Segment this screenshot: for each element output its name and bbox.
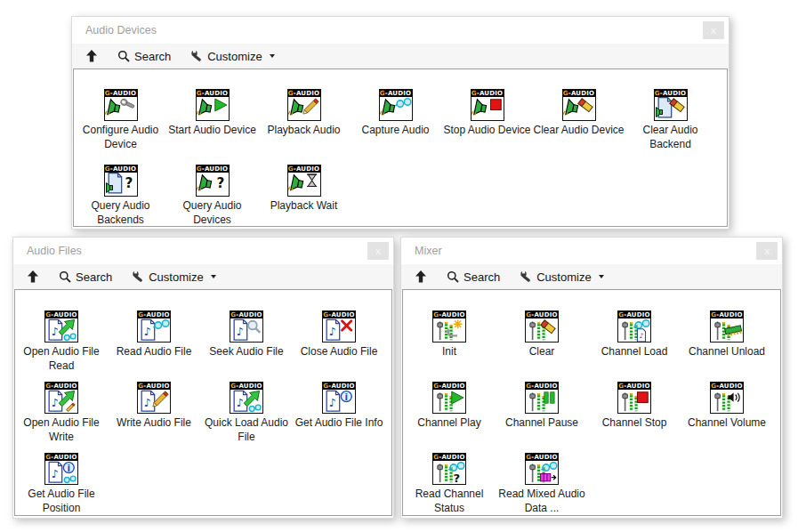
customize-button[interactable]: Customize <box>514 268 609 286</box>
docnote-info-icon: G-AUDIO♪i <box>322 382 356 414</box>
search-button[interactable]: Search <box>53 268 117 286</box>
wrench-icon <box>520 270 532 283</box>
palette-item[interactable]: G-AUDIOChannel Volume <box>681 382 773 453</box>
palette-item-label: Clear <box>496 344 588 359</box>
palette-item[interactable]: G-AUDIOChannel Stop <box>588 382 681 453</box>
palette-item-label: Channel Pause <box>496 415 588 430</box>
search-label: Search <box>76 270 112 284</box>
palette-item[interactable]: G-AUDIOStart Audio Device <box>166 89 258 165</box>
speaker-pencil-icon: G-AUDIO <box>287 89 321 121</box>
mixer-pause-icon: G-AUDIO <box>525 382 559 414</box>
mixer-ram-icon: G-AUDIO <box>710 310 744 343</box>
svg-text:♪: ♪ <box>52 466 59 480</box>
speaker-question-icon: G-AUDIO? <box>196 165 230 197</box>
palette-item[interactable]: G-AUDIO♪Write Audio File <box>108 382 200 453</box>
palette-grid: G-AUDIOConfigure Audio DeviceG-AUDIOStar… <box>74 69 727 227</box>
customize-label: Customize <box>536 270 591 284</box>
up-level-button[interactable] <box>80 47 103 65</box>
palette-item[interactable]: G-AUDIOClear Audio Backend <box>625 89 716 165</box>
customize-label: Customize <box>149 270 203 284</box>
palette-item-label: Capture Audio <box>350 123 441 137</box>
palette-item[interactable]: G-AUDIO?Query Audio Backends <box>75 165 166 227</box>
svg-text:i: i <box>345 391 349 402</box>
palette-item-label: Channel Unload <box>681 344 773 359</box>
palette-item-label: Configure Audio Device <box>75 123 166 151</box>
chevron-down-icon <box>211 275 216 278</box>
svg-text:i: i <box>68 463 71 473</box>
palette-item-label: Playback Wait <box>258 198 350 213</box>
mixer-glasses-question-sm-icon: G-AUDIO? <box>432 453 466 485</box>
palette-window-audio-devices: Audio Devices x Search Customize G-AUDIO… <box>71 16 729 230</box>
speaker-stop-icon: G-AUDIO <box>471 89 504 121</box>
svg-text:♪: ♪ <box>52 324 59 337</box>
up-arrow-icon <box>415 270 427 283</box>
speaker-play-icon: G-AUDIO <box>196 89 230 121</box>
palette-item-label: Get Audio File Position <box>15 487 108 515</box>
palette-item-label: Clear Audio Backend <box>625 123 716 151</box>
window-title: Mixer <box>415 245 442 257</box>
palette-item[interactable]: G-AUDIOCapture Audio <box>350 89 441 165</box>
palette-item-label: Seek Audio File <box>200 344 293 359</box>
palette-item-label: Start Audio Device <box>166 123 258 137</box>
customize-label: Customize <box>207 50 262 63</box>
palette-item[interactable]: G-AUDIOPlayback Wait <box>258 165 350 227</box>
close-button[interactable]: x <box>367 242 389 260</box>
palette-grid: G-AUDIOInitG-AUDIOClearG-AUDIO♪Channel L… <box>403 290 780 516</box>
palette-item-label: Channel Volume <box>681 415 773 430</box>
palette-item[interactable]: G-AUDIO♪Seek Audio File <box>200 310 293 382</box>
palette-item-label: Get Audio File Info <box>293 415 385 430</box>
palette-item-label: Query Audio Backends <box>75 198 166 227</box>
svg-text:?: ? <box>216 174 224 190</box>
docnote-glasses-icon: G-AUDIO♪ <box>137 310 171 343</box>
palette-item[interactable]: G-AUDIOClear <box>496 310 588 382</box>
svg-text:?: ? <box>453 472 460 484</box>
palette-item[interactable]: G-AUDIOStop Audio Device <box>441 89 533 165</box>
palette-item-label: Playback Audio <box>258 123 350 137</box>
palette-item[interactable]: G-AUDIO?Read Channel Status <box>403 453 496 516</box>
palette-item[interactable]: G-AUDIOConfigure Audio Device <box>75 89 166 165</box>
close-button[interactable]: x <box>703 21 724 39</box>
search-button[interactable]: Search <box>441 268 505 286</box>
palette-item[interactable]: G-AUDIO♪Open Audio File Read <box>15 310 108 382</box>
palette-item[interactable]: G-AUDIO?Query Audio Devices <box>166 165 258 227</box>
mixer-glasses-array-icon: G-AUDIO <box>525 453 559 485</box>
search-button[interactable]: Search <box>112 47 176 66</box>
palette-item[interactable]: G-AUDIO♪Channel Load <box>588 310 681 382</box>
palette-item[interactable]: G-AUDIO♪Quick Load Audio File <box>200 382 293 453</box>
mixer-loop-spark-icon: G-AUDIO <box>432 310 466 343</box>
search-icon <box>59 270 71 283</box>
up-arrow-icon <box>27 270 39 283</box>
palette-item[interactable]: G-AUDIO♪Read Audio File <box>108 310 200 382</box>
mixer-play-icon: G-AUDIO <box>432 382 466 414</box>
palette-item-label: Quick Load Audio File <box>200 415 293 444</box>
palette-item[interactable]: G-AUDIO♪iGet Audio File Info <box>293 382 385 453</box>
palette-item[interactable]: G-AUDIO♪Close Audio File <box>293 310 385 382</box>
titlebar: Audio Files x <box>13 238 393 264</box>
customize-button[interactable]: Customize <box>126 268 221 286</box>
chevron-down-icon <box>270 54 275 58</box>
palette-content: G-AUDIOInitG-AUDIOClearG-AUDIO♪Channel L… <box>402 289 781 516</box>
search-icon <box>447 270 459 283</box>
up-level-button[interactable] <box>21 268 44 286</box>
palette-item-label: Channel Stop <box>588 415 681 430</box>
palette-item[interactable]: G-AUDIOPlayback Audio <box>258 89 350 165</box>
docnote-arrow-pencil-sm-icon: G-AUDIO♪ <box>44 382 78 414</box>
palette-window-audio-files: Audio Files x Search Customize G-AUDIO♪O… <box>12 237 394 519</box>
palette-item[interactable]: G-AUDIORead Mixed Audio Data ... <box>496 453 588 516</box>
palette-item[interactable]: G-AUDIOChannel Play <box>403 382 496 453</box>
mixer-glasses-docnote-sm-icon: G-AUDIO♪ <box>617 310 651 343</box>
up-level-button[interactable] <box>409 268 432 286</box>
palette-item[interactable]: G-AUDIOInit <box>403 310 496 382</box>
close-button[interactable]: x <box>756 242 778 260</box>
search-label: Search <box>463 270 500 284</box>
palette-item[interactable]: G-AUDIOChannel Unload <box>681 310 773 382</box>
palette-item[interactable]: G-AUDIOChannel Pause <box>496 382 588 453</box>
search-icon <box>117 50 130 62</box>
palette-item[interactable]: G-AUDIOClear Audio Device <box>533 89 625 165</box>
customize-button[interactable]: Customize <box>185 47 279 66</box>
palette-item[interactable]: G-AUDIO♪Open Audio File Write <box>15 382 108 453</box>
docnote-pencil-icon: G-AUDIO♪ <box>137 382 171 414</box>
svg-text:♪: ♪ <box>329 395 336 408</box>
palette-item[interactable]: G-AUDIO♪iGet Audio File Position <box>15 453 108 516</box>
palette-item-label: Clear Audio Device <box>533 123 625 137</box>
